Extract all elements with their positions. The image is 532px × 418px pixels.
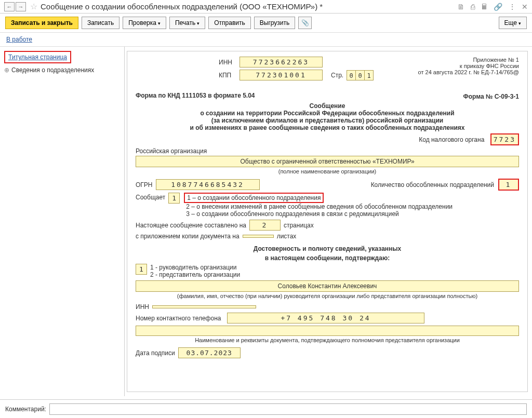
page-number-cells: 0 0 1 — [347, 70, 373, 80]
comment-label: Комментарий: — [5, 406, 46, 413]
org-label: Российская организация — [136, 147, 519, 155]
signer-inn-label: ИНН — [136, 303, 149, 311]
attach-button[interactable]: 📎 — [298, 17, 312, 29]
inn-label: ИНН — [219, 59, 240, 66]
nav-forward-button[interactable]: → — [16, 2, 26, 11]
signer-opt1: 1 - руководитель организации — [150, 264, 240, 271]
save-close-button[interactable]: Записать и закрыть — [5, 17, 78, 29]
caret-down-icon: ▾ — [158, 21, 161, 26]
close-icon[interactable]: ✕ — [522, 3, 528, 11]
reports-opt1: 1 – о создании обособленного подразделен… — [184, 193, 324, 203]
kpp-field[interactable]: 772301001 — [240, 70, 323, 80]
comment-input[interactable] — [49, 403, 527, 415]
window-title: Сообщение о создании обособленных подраз… — [41, 2, 453, 11]
expand-icon[interactable]: ⊕ — [4, 66, 9, 74]
org-full-name-field[interactable]: Общество с ограниченной ответственностью… — [136, 156, 519, 167]
tax-code-label: Код налогового органа — [419, 136, 484, 143]
print-button[interactable]: Печать▾ — [169, 17, 205, 29]
reports-opt3: 3 – о создании обособленного подразделен… — [186, 210, 453, 218]
favorite-star-icon[interactable]: ☆ — [30, 2, 37, 11]
reports-label: Сообщает — [136, 194, 165, 201]
annex-block: Приложение № 1 к приказу ФНС России от 2… — [418, 57, 519, 75]
sidebar-item-title-page[interactable]: Титульная страница — [4, 51, 71, 63]
check-button[interactable]: Проверка▾ — [123, 17, 166, 29]
phone-field[interactable]: +7 495 748 30 24 — [227, 313, 424, 323]
nav-back-button[interactable]: ← — [4, 2, 15, 11]
caret-down-icon: ▾ — [518, 21, 521, 26]
auth-doc-field[interactable] — [136, 326, 519, 336]
kpp-label: КПП — [219, 72, 240, 79]
signer-name-field[interactable]: Соловьев Константин Алексеевич — [136, 280, 519, 292]
form-number: Форма № С-09-3-1 — [463, 93, 519, 100]
sidebar-item-subdivisions[interactable]: ⊕Сведения о подразделениях — [4, 66, 120, 74]
page-label: Стр. — [331, 72, 343, 79]
form-code-text: Форма по КНД 1111053 в формате 5.04 — [136, 92, 519, 99]
reports-code-field[interactable]: 1 — [168, 193, 180, 204]
main-heading: Сообщение — [136, 102, 519, 110]
status-link[interactable]: В работе — [6, 36, 32, 43]
report-icon[interactable]: 🗎 — [457, 3, 464, 11]
phone-label: Номер контактного телефона — [136, 315, 224, 322]
signer-inn-field[interactable] — [152, 305, 256, 308]
reports-opt2: 2 – о внесении изменений в ранее сообщен… — [186, 203, 453, 210]
signer-caption: (фамилия, имя, отчество (при наличии) ру… — [136, 293, 519, 299]
units-count-field[interactable]: 1 — [498, 179, 519, 191]
caret-down-icon: ▾ — [197, 21, 200, 26]
more-button[interactable]: Еще▾ — [499, 17, 527, 29]
more-menu-icon[interactable]: ⋮ — [509, 3, 516, 11]
ogrn-field[interactable]: 1087746685432 — [156, 179, 260, 190]
save-button[interactable]: Записать — [82, 17, 119, 29]
units-label: Количество обособленных подразделений — [371, 181, 494, 188]
sign-date-label: Дата подписи — [136, 349, 175, 357]
calc-icon[interactable]: 🖩 — [481, 3, 488, 11]
sign-date-field[interactable]: 03.07.2023 — [178, 347, 241, 358]
ogrn-label: ОГРН — [136, 181, 153, 188]
link-icon[interactable]: 🔗 — [494, 3, 502, 11]
pages-count-field[interactable]: 2 — [249, 220, 281, 231]
attach-sheets-field[interactable] — [243, 235, 274, 238]
org-caption: (полное наименование организации) — [136, 168, 519, 174]
signer-opt2: 2 - представитель организации — [150, 271, 240, 278]
auth-caption: Наименование и реквизиты документа, подт… — [136, 337, 519, 343]
export-button[interactable]: Выгрузить — [254, 17, 296, 29]
tax-code-field[interactable]: 7723 — [490, 133, 519, 145]
send-button[interactable]: Отправить — [208, 17, 251, 29]
signer-code-field[interactable]: 1 — [136, 264, 147, 275]
print-icon[interactable]: ⎙ — [471, 3, 475, 11]
inn-field[interactable]: 7723662263 — [240, 57, 323, 68]
